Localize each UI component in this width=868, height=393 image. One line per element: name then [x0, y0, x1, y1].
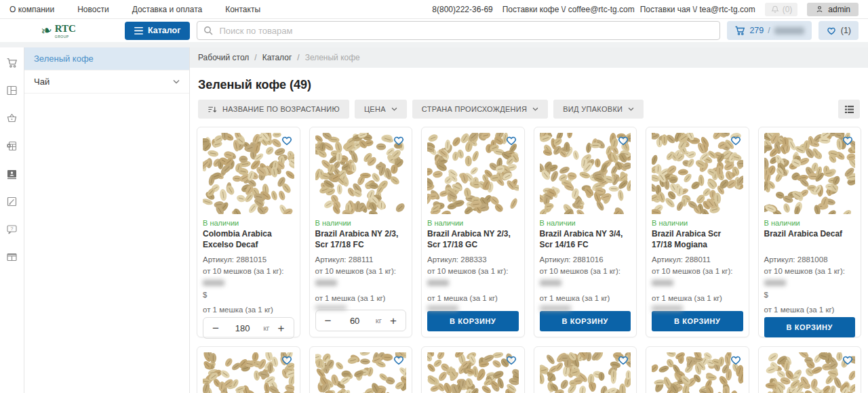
add-to-cart-button[interactable]: В КОРЗИНУ — [652, 311, 743, 331]
user-menu-button[interactable]: admin — [807, 3, 859, 16]
table-view-icon[interactable] — [6, 251, 18, 263]
filter-dropdown-button[interactable]: СТРАНА ПРОИСХОЖДЕНИЯ — [412, 100, 548, 119]
dashboard-icon[interactable] — [6, 85, 18, 96]
product-name[interactable]: Brazil Arabica Scr 17/18 Mogiana — [652, 229, 743, 250]
notifications-button[interactable]: (0) — [765, 3, 798, 16]
search-input[interactable] — [197, 21, 720, 40]
favorite-heart-icon[interactable] — [505, 353, 518, 367]
contacts-card-icon[interactable] — [6, 168, 18, 180]
favorite-heart-icon[interactable] — [616, 353, 630, 367]
product-image[interactable] — [652, 352, 743, 393]
favorite-heart-icon[interactable] — [280, 353, 294, 367]
single-price-blurred — [652, 306, 683, 311]
favorite-heart-icon[interactable] — [841, 353, 854, 367]
cart-button[interactable]: 279 / — [727, 21, 811, 40]
top-nav-link[interactable]: Доставка и оплата — [132, 5, 203, 14]
bulk-price-blurred — [764, 280, 786, 286]
favorite-heart-icon[interactable] — [505, 133, 518, 147]
product-name[interactable]: Colombia Arabica Excelso Decaf — [203, 229, 294, 250]
product-image[interactable] — [315, 352, 407, 393]
product-name[interactable]: Brazil Arabica Decaf — [764, 229, 856, 250]
heart-icon — [826, 25, 837, 36]
logo-leaf-icon: ❧ — [39, 22, 54, 38]
increase-quantity-button[interactable]: + — [275, 323, 288, 334]
top-nav-link[interactable]: О компании — [9, 5, 54, 14]
decrease-quantity-button[interactable]: − — [322, 315, 334, 327]
product-card: В наличии Colombia Arabica Excelso Decaf… — [197, 127, 300, 337]
filter-bar: НАЗВАНИЕ ПО ВОЗРАСТАНИЮ ЦЕНАСТРАНА ПРОИС… — [190, 100, 868, 119]
filter-dropdown-button[interactable]: ВИД УПАКОВКИ — [553, 100, 644, 119]
add-to-cart-button[interactable]: В КОРЗИНУ — [427, 311, 519, 331]
stock-status: В наличии — [203, 219, 294, 227]
bulk-price-label: от 10 мешков (за 1 кг): — [764, 267, 846, 275]
add-to-cart-button[interactable]: В КОРЗИНУ — [540, 311, 631, 331]
edit-icon[interactable] — [6, 196, 18, 207]
product-name[interactable]: Brazil Arabica NY 3/4, Scr 14/16 FC — [540, 229, 631, 250]
increase-quantity-button[interactable]: + — [387, 315, 399, 327]
stock-status: В наличии — [427, 219, 519, 227]
catalog-button[interactable]: Каталог — [125, 22, 190, 40]
product-image[interactable] — [764, 352, 856, 393]
sort-icon — [208, 105, 217, 114]
top-nav-link[interactable]: Контакты — [225, 5, 260, 14]
favorite-heart-icon[interactable] — [729, 353, 743, 367]
sku-value: 288011 — [685, 255, 711, 264]
view-toggle-button[interactable] — [838, 100, 860, 119]
product-image[interactable] — [315, 133, 407, 214]
breadcrumb-current: Зеленый кофе — [305, 53, 360, 62]
product-name[interactable]: Brazil Arabica NY 2/3, Scr 17/18 GC — [427, 229, 519, 250]
single-price-label: от 1 мешка (за 1 кг) — [427, 294, 519, 302]
breadcrumb-link[interactable]: Каталог — [262, 53, 292, 62]
quantity-value[interactable]: 180 — [222, 323, 263, 333]
sort-button[interactable]: НАЗВАНИЕ ПО ВОЗРАСТАНИЮ — [198, 100, 349, 119]
favorite-heart-icon[interactable] — [841, 133, 854, 147]
spreadsheet-icon[interactable] — [6, 140, 18, 152]
filter-dropdown-label: ЦЕНА — [364, 105, 386, 113]
top-nav-link[interactable]: Новости — [77, 5, 108, 14]
product-image[interactable] — [427, 352, 519, 393]
single-price-blurred — [427, 306, 458, 311]
add-to-cart-button[interactable]: В КОРЗИНУ — [764, 317, 856, 337]
logo-text: RTC — [55, 23, 76, 34]
sidebar-category-item[interactable]: Чай — [24, 70, 189, 94]
bulk-price-blurred — [652, 280, 673, 286]
sku-label: Артикул: — [540, 255, 571, 264]
wishlist-button[interactable]: (1) — [818, 21, 859, 40]
sidebar-category-item[interactable]: Зеленый кофе — [24, 47, 189, 70]
product-image[interactable] — [652, 133, 743, 214]
stock-status: В наличии — [540, 219, 631, 227]
product-image[interactable] — [203, 133, 294, 214]
single-price-label: от 1 мешка (за 1 кг) — [203, 306, 294, 314]
bell-icon — [770, 5, 780, 14]
quantity-stepper: − 180 кг + — [203, 317, 294, 339]
cart-total-blurred — [774, 27, 804, 35]
favorite-heart-icon[interactable] — [616, 133, 630, 147]
favorite-heart-icon[interactable] — [280, 133, 294, 147]
product-image[interactable] — [764, 133, 856, 214]
favorite-heart-icon[interactable] — [392, 353, 406, 367]
product-card: − + — [309, 346, 413, 393]
logo[interactable]: ❧ RTC GROUP — [9, 22, 118, 39]
breadcrumb-link[interactable]: Рабочий стол — [198, 53, 249, 62]
sku-label: Артикул: — [652, 255, 683, 264]
decrease-quantity-button[interactable]: − — [210, 323, 222, 334]
cart-count: 279 — [749, 26, 764, 35]
single-price-blurred — [315, 306, 347, 310]
favorite-heart-icon[interactable] — [392, 133, 406, 147]
favorite-heart-icon[interactable] — [729, 133, 743, 147]
help-chat-icon[interactable]: ? — [6, 224, 18, 235]
product-name[interactable]: Brazil Arabica NY 2/3, Scr 17/18 FC — [315, 229, 407, 250]
basket-icon[interactable] — [6, 112, 18, 124]
quantity-value[interactable]: 60 — [334, 316, 376, 326]
sku-value: 288333 — [460, 255, 486, 264]
product-card: − + — [421, 346, 525, 393]
single-price-label: от 1 мешка (за 1 кг) — [764, 306, 856, 314]
product-image[interactable] — [203, 352, 294, 393]
orders-cart-icon[interactable] — [6, 57, 18, 68]
product-image[interactable] — [540, 352, 631, 393]
product-image[interactable] — [540, 133, 631, 214]
breadcrumb-separator: / — [254, 53, 256, 62]
filter-dropdown-button[interactable]: ЦЕНА — [355, 100, 407, 119]
product-image[interactable] — [427, 133, 519, 214]
sku-value: 2881016 — [573, 255, 604, 264]
